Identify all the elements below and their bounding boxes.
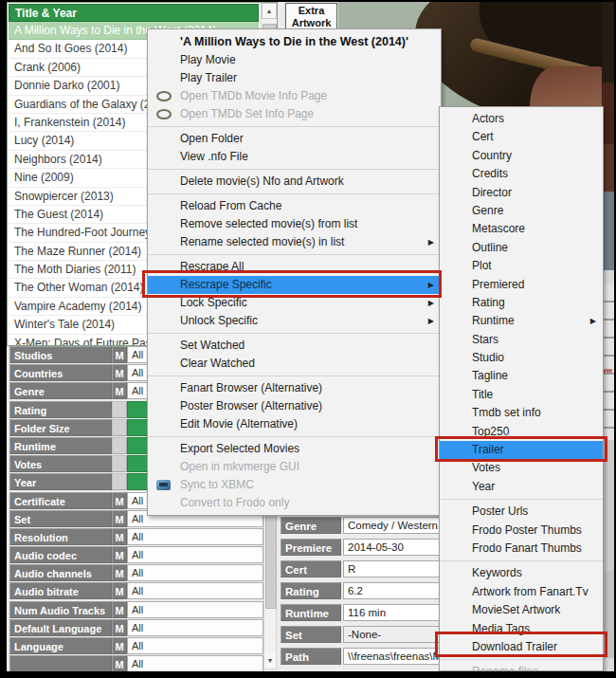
- context-menu-item[interactable]: Clear Watched ▶: [148, 355, 441, 373]
- filter-value-dropdown[interactable]: All: [127, 655, 263, 671]
- list-header-title-year[interactable]: Title & Year: [9, 4, 259, 22]
- submenu-item[interactable]: Title ▶: [440, 386, 603, 404]
- filter-m-toggle[interactable]: M: [112, 601, 127, 618]
- filter-label: Runtime: [9, 437, 112, 454]
- context-menu-item: ▶: [148, 373, 441, 379]
- filter-value-dropdown[interactable]: All: [127, 564, 263, 581]
- submenu-item[interactable]: MovieSet Artwork ▶: [440, 601, 603, 619]
- info-label: Premiere: [281, 539, 341, 556]
- submenu-item-label: Outline: [472, 241, 508, 254]
- filter-m-toggle[interactable]: M: [112, 619, 127, 636]
- context-menu-item[interactable]: Set Watched ▶: [148, 337, 441, 355]
- submenu-item: ▶: [440, 558, 603, 564]
- filter-m-toggle[interactable]: [112, 401, 127, 418]
- submenu-item[interactable]: Poster Urls ▶: [440, 503, 603, 521]
- context-menu-item[interactable]: Convert to Frodo only ▶: [148, 494, 441, 512]
- filter-m-toggle[interactable]: M: [112, 655, 127, 671]
- submenu-item[interactable]: Rating ▶: [440, 294, 603, 312]
- filter-m-toggle[interactable]: M: [112, 510, 127, 527]
- filter-m-toggle[interactable]: M: [112, 637, 127, 654]
- filter-m-toggle[interactable]: M: [112, 528, 127, 545]
- filter-m-toggle[interactable]: M: [112, 492, 127, 509]
- submenu-item[interactable]: Plot ▶: [440, 257, 603, 275]
- filter-m-toggle[interactable]: [112, 419, 127, 436]
- submenu-item-label: Runtime: [472, 314, 515, 327]
- context-menu-item[interactable]: Poster Browser (Alternative) ▶: [148, 397, 441, 415]
- context-menu-item[interactable]: View .nfo File ▶: [148, 148, 441, 166]
- context-menu-item[interactable]: Export Selected Movies ▶: [148, 440, 441, 458]
- submenu-item[interactable]: Outline ▶: [440, 239, 603, 257]
- filter-m-toggle[interactable]: [112, 473, 127, 490]
- context-menu-item[interactable]: Rename selected movie(s) in list ▶: [148, 233, 441, 251]
- submenu-item[interactable]: Credits ▶: [440, 165, 603, 183]
- info-label: Rating: [281, 582, 341, 599]
- context-menu-item[interactable]: Play Trailer ▶: [148, 69, 441, 87]
- filter-row: Num Audio Tracks M All: [7, 601, 278, 619]
- extra-artwork-button[interactable]: Extra Artwork: [285, 3, 337, 30]
- filter-scrollbar-thumb[interactable]: [265, 512, 277, 609]
- context-menu-item[interactable]: Open Folder ▶: [148, 130, 441, 148]
- context-menu-item[interactable]: Open in mkvmerge GUI ▶: [148, 458, 441, 476]
- filter-m-toggle[interactable]: M: [112, 382, 127, 399]
- filter-label: Num Audio Tracks: [9, 601, 112, 618]
- submenu-item[interactable]: Frodo Fanart Thumbs ▶: [440, 540, 603, 558]
- submenu-item[interactable]: Rename files ▶: [440, 663, 603, 671]
- menu-item-label: Reload From Cache: [180, 199, 281, 212]
- context-menu-item[interactable]: Fanart Browser (Alternative) ▶: [148, 379, 441, 397]
- scroll-down-icon[interactable]: ▼: [264, 653, 276, 669]
- filter-m-toggle[interactable]: M: [112, 582, 127, 599]
- context-menu-item[interactable]: Play Movie ▶: [148, 51, 441, 69]
- filter-value-dropdown[interactable]: All: [127, 582, 263, 599]
- context-menu-item[interactable]: Unlock Specific ▶: [148, 312, 441, 330]
- submenu-item[interactable]: Stars ▶: [440, 331, 603, 349]
- filter-m-toggle[interactable]: M: [112, 564, 127, 581]
- submenu-item: ▶: [440, 656, 603, 663]
- submenu-item[interactable]: Cert ▶: [440, 128, 603, 146]
- submenu-item[interactable]: Runtime ▶: [440, 312, 603, 330]
- filter-row: Default Language M All: [7, 619, 278, 637]
- filter-row: Language M All: [7, 637, 278, 655]
- submenu-item-label: Studio: [472, 351, 504, 364]
- submenu-item[interactable]: Studio ▶: [440, 349, 603, 367]
- submenu-item[interactable]: Metascore ▶: [440, 220, 603, 238]
- filter-value-dropdown[interactable]: All: [127, 601, 263, 618]
- filter-m-toggle[interactable]: [112, 455, 127, 472]
- submenu-item[interactable]: Tmdb set info ▶: [440, 404, 603, 422]
- submenu-item[interactable]: Premiered ▶: [440, 276, 603, 294]
- filter-value-dropdown[interactable]: All: [127, 528, 263, 545]
- submenu-item[interactable]: Tagline ▶: [440, 367, 603, 385]
- submenu-item[interactable]: Votes ▶: [440, 459, 603, 477]
- movie-title-label: And So It Goes (2014): [14, 42, 127, 55]
- submenu-item[interactable]: Country ▶: [440, 147, 603, 165]
- submenu-item-label: Frodo Fanart Thumbs: [472, 541, 582, 555]
- context-menu-item[interactable]: Reload From Cache ▶: [148, 197, 441, 215]
- menu-item-label: Sync to XBMC: [180, 478, 254, 491]
- scroll-up-icon[interactable]: ▲: [262, 3, 277, 19]
- context-menu-item[interactable]: Open TMDb Movie Info Page ▶: [148, 87, 441, 105]
- filter-m-toggle[interactable]: M: [112, 364, 127, 381]
- submenu-item[interactable]: Artwork from Fanart.Tv ▶: [440, 583, 603, 601]
- menu-item-label: Remove selected movie(s) from list: [180, 217, 357, 230]
- submenu-item[interactable]: Genre ▶: [440, 202, 603, 220]
- context-menu-item[interactable]: Remove selected movie(s) from list ▶: [148, 215, 441, 233]
- filter-m-toggle[interactable]: M: [112, 546, 127, 563]
- filter-m-toggle[interactable]: M: [112, 346, 127, 363]
- filter-label: Genre: [9, 382, 112, 399]
- context-menu-item[interactable]: Sync to XBMC ▶: [148, 476, 441, 494]
- info-label: Runtime: [281, 604, 341, 621]
- context-menu-item[interactable]: Delete movie(s) Nfo and Artwork ▶: [148, 173, 441, 191]
- submenu-item[interactable]: Keywords ▶: [440, 564, 603, 582]
- filter-value-dropdown[interactable]: All: [127, 546, 263, 563]
- filter-value-dropdown[interactable]: All: [127, 619, 263, 636]
- context-menu-item[interactable]: Edit Movie (Alternative) ▶: [148, 415, 441, 433]
- submenu-item[interactable]: Frodo Poster Thumbs ▶: [440, 522, 603, 540]
- filter-label: Audio codec: [9, 546, 112, 563]
- filter-row: Resolution M All: [7, 528, 278, 546]
- filter-m-toggle[interactable]: [112, 437, 127, 454]
- submenu-item[interactable]: Actors ▶: [440, 110, 603, 128]
- filter-value-dropdown[interactable]: All: [127, 637, 263, 654]
- submenu-item[interactable]: Director ▶: [440, 184, 603, 202]
- context-menu-item[interactable]: Open TMDb Set Info Page ▶: [148, 105, 441, 123]
- info-label: Set: [281, 626, 341, 643]
- submenu-item[interactable]: Year ▶: [440, 478, 603, 496]
